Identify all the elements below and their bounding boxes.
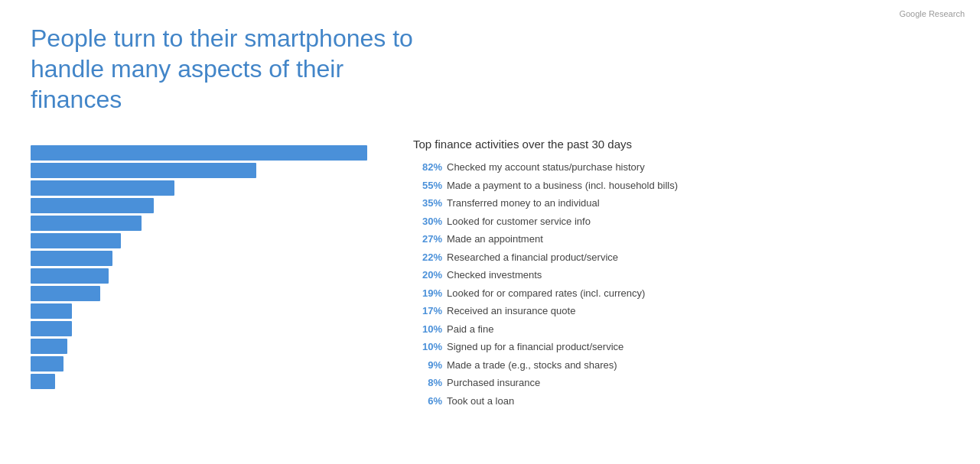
list-item: 6%Took out a loan <box>413 394 949 409</box>
legend-label: Received an insurance quote <box>447 303 575 319</box>
list-item: 10%Paid a fine <box>413 322 949 337</box>
legend-percent: 82% <box>413 160 442 175</box>
legend-percent: 8% <box>413 375 442 391</box>
bar-row <box>31 321 383 336</box>
legend-percent: 19% <box>413 286 442 301</box>
legend-label: Paid a fine <box>447 322 493 337</box>
list-item: 22%Researched a financial product/servic… <box>413 250 949 265</box>
bar <box>31 356 63 372</box>
legend-percent: 35% <box>413 196 442 211</box>
list-item: 17%Received an insurance quote <box>413 303 949 319</box>
list-item: 20%Checked investments <box>413 268 949 283</box>
page-title: People turn to their smartphones to hand… <box>31 23 413 115</box>
legend-label: Made an appointment <box>447 232 543 247</box>
bar <box>31 339 67 354</box>
bar-row <box>31 163 383 178</box>
list-item: 30%Looked for customer service info <box>413 214 949 229</box>
bars-area <box>31 138 383 449</box>
legend-percent: 10% <box>413 322 442 337</box>
bar <box>31 145 367 161</box>
bar-row <box>31 145 383 161</box>
list-item: 10%Signed up for a financial product/ser… <box>413 339 949 355</box>
bar <box>31 233 121 248</box>
bar-row <box>31 374 383 389</box>
bar <box>31 286 100 301</box>
legend-percent: 9% <box>413 358 442 373</box>
bar-row <box>31 356 383 372</box>
bar <box>31 321 72 336</box>
list-item: 82%Checked my account status/purchase hi… <box>413 160 949 175</box>
chart-section: Top finance activities over the past 30 … <box>31 138 949 449</box>
page-container: Google Research People turn to their sma… <box>0 0 980 464</box>
legend-label: Researched a financial product/service <box>447 250 618 265</box>
legend-label: Looked for or compared rates (incl. curr… <box>447 286 645 301</box>
legend-percent: 17% <box>413 303 442 319</box>
bar-row <box>31 233 383 248</box>
legend-label: Signed up for a financial product/servic… <box>447 339 623 355</box>
list-item: 55%Made a payment to a business (incl. h… <box>413 178 949 193</box>
bar-row <box>31 339 383 354</box>
legend-percent: 30% <box>413 214 442 229</box>
bar-row <box>31 251 383 266</box>
bar <box>31 180 174 196</box>
bar-row <box>31 303 383 319</box>
bar-row <box>31 216 383 231</box>
list-item: 9%Made a trade (e.g., stocks and shares) <box>413 358 949 373</box>
bar-row <box>31 286 383 301</box>
google-research-label: Google Research <box>899 9 965 18</box>
legend-label: Made a trade (e.g., stocks and shares) <box>447 358 617 373</box>
legend-percent: 55% <box>413 178 442 193</box>
legend-label: Took out a loan <box>447 394 514 409</box>
bar <box>31 268 109 284</box>
legend-label: Made a payment to a business (incl. hous… <box>447 178 678 193</box>
legend-label: Checked investments <box>447 268 542 283</box>
legend-label: Transferred money to an individual <box>447 196 600 211</box>
legend-title: Top finance activities over the past 30 … <box>413 138 949 151</box>
bar <box>31 251 112 266</box>
bar-row <box>31 268 383 284</box>
bar <box>31 303 72 319</box>
list-item: 35%Transferred money to an individual <box>413 196 949 211</box>
bar <box>31 163 256 178</box>
legend-percent: 20% <box>413 268 442 283</box>
bar-row <box>31 180 383 196</box>
legend-label: Purchased insurance <box>447 375 540 391</box>
list-item: 8%Purchased insurance <box>413 375 949 391</box>
list-item: 27%Made an appointment <box>413 232 949 247</box>
list-item: 19%Looked for or compared rates (incl. c… <box>413 286 949 301</box>
legend-percent: 6% <box>413 394 442 409</box>
legend-percent: 27% <box>413 232 442 247</box>
bar <box>31 216 142 231</box>
legend-area: Top finance activities over the past 30 … <box>413 138 949 449</box>
legend-percent: 10% <box>413 339 442 355</box>
legend-label: Looked for customer service info <box>447 214 591 229</box>
legend-percent: 22% <box>413 250 442 265</box>
bar <box>31 198 154 213</box>
legend-label: Checked my account status/purchase histo… <box>447 160 645 175</box>
bar <box>31 374 55 389</box>
bar-row <box>31 198 383 213</box>
